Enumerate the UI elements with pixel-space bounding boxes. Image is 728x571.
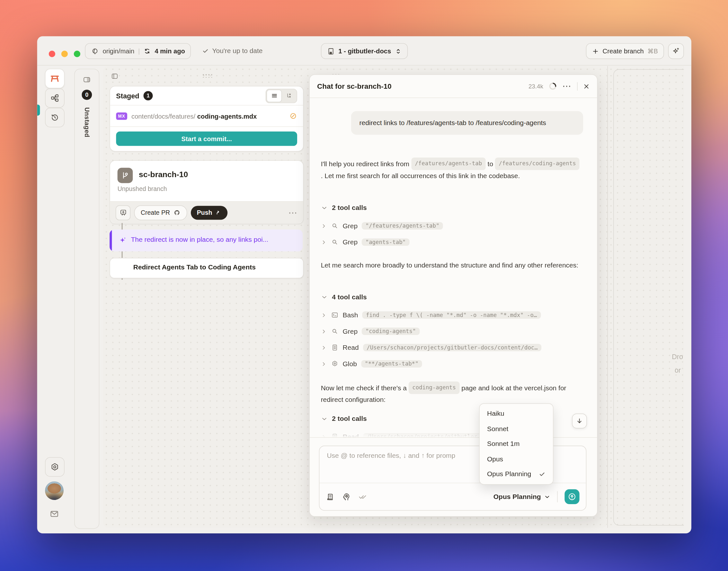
chevron-down-icon — [321, 294, 328, 301]
chevron-right-icon — [321, 361, 327, 367]
book-icon — [327, 47, 335, 55]
unstaged-panel-collapsed[interactable]: 0 Unstaged — [74, 69, 99, 529]
tool-call-row[interactable]: Grep "coding-agents" — [321, 325, 420, 338]
tool-call-row[interactable]: Glob "**/agents-tab*" — [321, 358, 422, 370]
collapse-lane-icon[interactable] — [111, 72, 119, 80]
chevron-right-icon — [321, 312, 327, 318]
create-pr-button[interactable]: Create PR — [134, 205, 187, 220]
tool-call-row[interactable]: Grep "agents-tab" — [321, 236, 410, 248]
agent-brain-icon[interactable] — [342, 492, 351, 501]
shortcut-label: ⌘B — [647, 47, 658, 54]
chat-menu-button[interactable]: ⋯ — [562, 84, 572, 88]
lane-drag-handle[interactable] — [202, 73, 212, 78]
user-avatar[interactable] — [45, 481, 63, 500]
chevron-right-icon — [321, 345, 327, 351]
assistant-message: Now let me check if there's a coding-age… — [321, 382, 582, 406]
tool-call-row[interactable]: Read /Users/schacon/projects/gitbutler-d… — [321, 341, 542, 354]
tool-group-header[interactable]: 2 tool calls — [321, 204, 367, 211]
staged-card: Staged 1 MX content/docs/features/ — [110, 86, 304, 151]
mail-icon — [49, 508, 59, 519]
sync-icon — [144, 47, 151, 54]
prompt-templates-icon[interactable] — [326, 492, 335, 501]
start-commit-button[interactable]: Start a commit... — [116, 131, 297, 146]
close-icon[interactable] — [583, 83, 590, 89]
chat-panel: Chat for sc-branch-10 23.4k ⋯ redirect l… — [309, 74, 598, 517]
traffic-light-close[interactable] — [49, 51, 55, 57]
sidebar-item-branches[interactable] — [45, 88, 64, 108]
up-to-date-status: You're up to date — [202, 43, 263, 58]
sidebar-item-history[interactable] — [45, 108, 64, 127]
chevron-right-icon — [321, 239, 327, 245]
staged-count-badge: 1 — [144, 91, 153, 100]
plus-icon — [592, 47, 599, 54]
tool-group-header[interactable]: 4 tool calls — [321, 293, 367, 301]
push-up-icon — [215, 209, 222, 216]
gear-icon — [50, 462, 59, 472]
create-branch-button[interactable]: Create branch ⌘B — [586, 43, 664, 59]
chat-title: Chat for sc-branch-10 — [317, 82, 392, 90]
settings-button[interactable] — [45, 457, 64, 477]
scroll-to-bottom-button[interactable] — [572, 414, 587, 428]
model-selector[interactable]: Opus Planning — [493, 493, 550, 500]
assistant-message: I'll help you redirect links from /featu… — [321, 157, 582, 182]
tool-group-header[interactable]: 2 tool calls — [321, 415, 367, 423]
add-dependent-branch-button[interactable] — [116, 205, 130, 220]
updown-chevron-icon — [395, 47, 402, 54]
commit-row[interactable]: Redirect Agents Tab to Coding Agents — [110, 258, 304, 278]
branch-card: sc-branch-10 Unpushed branch Create PR P… — [110, 160, 304, 224]
traffic-light-zoom[interactable] — [74, 51, 80, 57]
chevron-down-icon — [544, 494, 550, 500]
remote-status-pill[interactable]: origin/main | 4 min ago — [85, 43, 191, 59]
ai-summary-row[interactable]: The redirect is now in place, so any lin… — [110, 230, 303, 251]
project-selector[interactable]: 1 - gitbutler-docs — [321, 43, 408, 59]
new-branch-drop-lane[interactable]: Dro or — [607, 66, 684, 528]
file-name: coding-agents.mdx — [197, 112, 257, 120]
unstaged-label: Unstaged — [83, 107, 90, 138]
github-icon — [173, 209, 180, 216]
desktop: origin/main | 4 min ago You're up to dat… — [0, 0, 728, 571]
ai-accent-bar — [110, 230, 112, 251]
model-option-opus[interactable]: Opus — [480, 451, 553, 466]
panel-expand-icon[interactable] — [83, 75, 91, 84]
branch-menu-button[interactable]: ⋯ — [288, 210, 297, 215]
sparkle-icon — [119, 237, 127, 245]
staged-title: Staged — [116, 92, 139, 100]
user-message: redirect links to /features/agents-tab t… — [351, 111, 583, 135]
branch-icon — [118, 168, 133, 183]
view-toggle — [266, 88, 297, 103]
ai-actions-button[interactable] — [668, 43, 684, 59]
model-option-opus-planning[interactable]: Opus Planning — [480, 466, 553, 482]
tool-call-row[interactable]: Bash find . -type f \( -name "*.md" -o -… — [321, 309, 541, 321]
tree-view-button[interactable] — [282, 89, 296, 102]
tool-call-row[interactable]: Grep "/features/agents-tab" — [321, 220, 443, 232]
staged-file-row[interactable]: MX content/docs/features/ coding-agents.… — [110, 105, 303, 126]
drop-hint-line1: Dro — [672, 353, 683, 361]
project-name: 1 - gitbutler-docs — [338, 47, 391, 54]
hexagon-target-icon — [331, 360, 338, 367]
feedback-button[interactable] — [45, 504, 63, 523]
remote-icon — [91, 47, 99, 55]
list-view-button[interactable] — [267, 89, 282, 102]
model-option-sonnet-1m[interactable]: Sonnet 1m — [480, 436, 553, 451]
chevron-down-icon — [321, 204, 328, 211]
model-option-sonnet[interactable]: Sonnet — [480, 421, 553, 436]
sidebar-item-workspace[interactable] — [45, 69, 64, 88]
model-option-haiku[interactable]: Haiku — [480, 406, 553, 421]
chat-scroll-area[interactable]: redirect links to /features/agents-tab t… — [310, 98, 597, 437]
modified-status-icon — [289, 112, 297, 120]
branch-name[interactable]: sc-branch-10 — [139, 170, 188, 180]
sparkle-plus-icon — [672, 47, 680, 55]
search-icon — [331, 328, 338, 335]
double-check-icon[interactable] — [358, 492, 367, 501]
app-window: origin/main | 4 min ago You're up to dat… — [37, 36, 691, 533]
traffic-light-minimize[interactable] — [61, 51, 68, 57]
file-directory: content/docs/features/ — [131, 112, 195, 120]
branches-icon — [50, 93, 59, 103]
unstaged-count-badge: 0 — [82, 90, 92, 100]
history-icon — [50, 113, 59, 122]
send-button[interactable] — [565, 489, 579, 504]
send-up-icon — [567, 492, 577, 501]
push-button[interactable]: Push — [191, 206, 228, 220]
document-icon — [331, 344, 338, 351]
commit-title: Redirect Agents Tab to Coding Agents — [133, 263, 256, 271]
